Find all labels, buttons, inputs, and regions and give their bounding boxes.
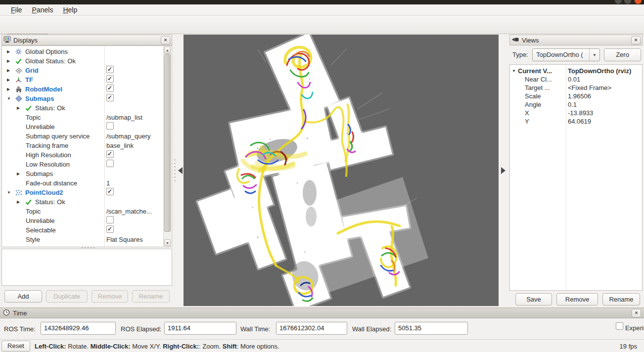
- rename-display-button[interactable]: Rename: [132, 290, 170, 303]
- row-checkbox[interactable]: [106, 85, 114, 92]
- wallelapsed-input[interactable]: 5051.35: [395, 322, 468, 335]
- views-tree-row[interactable]: Angle0.1: [510, 100, 642, 109]
- views-tree-row[interactable]: Near Cl...0.01: [510, 75, 642, 84]
- expand-icon[interactable]: ▶: [7, 47, 10, 56]
- collapse-icon[interactable]: ▼: [512, 67, 516, 75]
- displays-tree-row[interactable]: ▶Submaps: [2, 169, 172, 178]
- row-checkbox[interactable]: [106, 122, 114, 130]
- displays-tree-row[interactable]: ▶Status: Ok: [2, 197, 172, 207]
- views-tree-row[interactable]: ▼Current V...TopDownOrtho (rviz): [510, 67, 642, 75]
- displays-tree-row[interactable]: Tracking framebase_link: [2, 141, 172, 150]
- displays-tree-row[interactable]: Topic/submap_list: [2, 113, 172, 122]
- expand-icon[interactable]: ▶: [7, 85, 10, 94]
- time-panel-header[interactable]: Time ✕: [0, 308, 644, 318]
- experimental-checkbox[interactable]: [616, 322, 623, 330]
- walltime-input[interactable]: 1676612302.04: [276, 322, 347, 335]
- menu-item-file[interactable]: File: [6, 5, 27, 15]
- row-value[interactable]: 1.96506: [568, 92, 591, 100]
- row-value[interactable]: /submap_list: [106, 113, 142, 122]
- expand-icon[interactable]: ▶: [17, 103, 20, 113]
- rostime-input[interactable]: 1432648929.46: [41, 322, 116, 335]
- row-value[interactable]: -13.8933: [568, 109, 593, 117]
- views-tree-row[interactable]: Target ...<Fixed Frame>: [510, 84, 642, 92]
- expand-icon[interactable]: ▶: [7, 75, 10, 85]
- row-value[interactable]: 0.05: [106, 244, 119, 247]
- menu-item-help[interactable]: Help: [58, 5, 82, 15]
- displays-tree-row[interactable]: Low Resolution: [2, 160, 172, 169]
- row-checkbox[interactable]: [106, 150, 114, 158]
- row-value[interactable]: TopDownOrtho (rviz): [568, 67, 631, 75]
- row-checkbox[interactable]: [106, 216, 114, 223]
- row-value[interactable]: 64.0619: [568, 117, 591, 126]
- displays-tree-row[interactable]: ▼Submaps: [2, 94, 172, 103]
- row-checkbox[interactable]: [106, 188, 114, 195]
- zero-button[interactable]: Zero: [604, 48, 641, 61]
- right-panel-splitter[interactable]: [499, 35, 509, 306]
- row-checkbox[interactable]: [106, 160, 114, 167]
- scrollbar-thumb[interactable]: [164, 54, 171, 232]
- reset-button[interactable]: Reset: [1, 341, 30, 352]
- remove-display-button[interactable]: Remove: [92, 290, 128, 303]
- displays-tree-row[interactable]: Unreliable: [2, 122, 172, 132]
- views-close-icon[interactable]: ✕: [631, 36, 641, 44]
- row-checkbox[interactable]: [106, 225, 114, 233]
- time-close-icon[interactable]: ✕: [632, 309, 641, 317]
- displays-tree-row[interactable]: High Resolution: [2, 150, 172, 160]
- displays-tree-row[interactable]: Topic/scan_matche...: [2, 207, 172, 216]
- expand-icon[interactable]: ▶: [17, 169, 20, 178]
- views-tree-row[interactable]: Scale1.96506: [510, 92, 642, 100]
- view-type-combobox[interactable]: TopDownOrtho ( ▼: [532, 48, 600, 61]
- displays-close-icon[interactable]: ✕: [161, 36, 170, 44]
- row-value[interactable]: /scan_matche...: [106, 207, 152, 216]
- collapse-icon[interactable]: ▼: [7, 94, 11, 103]
- views-panel-header[interactable]: Views ✕: [509, 35, 643, 45]
- left-panel-splitter[interactable]: [172, 35, 184, 306]
- scroll-up-icon[interactable]: ▲: [164, 46, 171, 53]
- expand-icon[interactable]: ▶: [7, 56, 10, 66]
- roselapsed-input[interactable]: 1911.64: [164, 322, 236, 335]
- displays-tree-row[interactable]: ▶Grid: [2, 66, 172, 75]
- row-label: Low Resolution: [26, 160, 70, 169]
- add-display-button[interactable]: Add: [4, 290, 42, 303]
- displays-scrollbar[interactable]: ▲ ▼: [163, 46, 171, 246]
- row-checkbox[interactable]: [106, 75, 114, 83]
- collapse-left-icon[interactable]: [178, 167, 183, 174]
- expand-icon[interactable]: ▶: [17, 197, 20, 207]
- save-view-button[interactable]: Save: [515, 293, 552, 306]
- menu-item-panels[interactable]: Panels: [27, 5, 58, 15]
- row-value[interactable]: 0.1: [568, 100, 577, 109]
- row-value[interactable]: Flat Squares: [106, 235, 143, 244]
- 3d-viewport[interactable]: [184, 35, 499, 306]
- row-checkbox[interactable]: [106, 94, 114, 101]
- row-value[interactable]: /submap_query: [106, 132, 151, 141]
- row-value[interactable]: 0.01: [568, 75, 580, 84]
- row-value[interactable]: base_link: [106, 141, 134, 150]
- displays-tree-row[interactable]: ▼PointCloud2: [2, 188, 172, 197]
- displays-tree-row[interactable]: ▶RobotModel: [2, 85, 172, 94]
- displays-tree-row[interactable]: Fade-out distance1: [2, 178, 172, 188]
- remove-view-button[interactable]: Remove: [556, 293, 598, 306]
- displays-tree-row[interactable]: Unreliable: [2, 216, 172, 225]
- row-checkbox[interactable]: [106, 66, 114, 73]
- rename-view-button[interactable]: Rename: [602, 293, 640, 306]
- expand-icon[interactable]: ▶: [7, 66, 10, 75]
- scroll-down-icon[interactable]: ▼: [164, 239, 171, 246]
- window-maximize-button[interactable]: [624, 0, 631, 4]
- displays-tree-row[interactable]: Selectable: [2, 225, 172, 235]
- displays-tree-row[interactable]: ▶Status: Ok: [2, 103, 172, 113]
- views-tree-row[interactable]: Y64.0619: [510, 117, 642, 126]
- collapse-icon[interactable]: ▼: [7, 188, 11, 197]
- views-tree-row[interactable]: X-13.8933: [510, 109, 642, 117]
- row-value[interactable]: 1: [106, 178, 110, 188]
- displays-tree-row[interactable]: ▶Global Status: Ok: [2, 56, 172, 66]
- displays-panel-header[interactable]: Displays ✕: [1, 35, 172, 45]
- displays-tree-row[interactable]: StyleFlat Squares: [2, 235, 172, 244]
- displays-tree-row[interactable]: ▶Global Options: [2, 47, 172, 56]
- displays-tree-row[interactable]: Submap query service/submap_query: [2, 132, 172, 141]
- row-value[interactable]: <Fixed Frame>: [568, 84, 611, 92]
- window-close-button[interactable]: [635, 0, 642, 4]
- duplicate-display-button[interactable]: Duplicate: [46, 290, 88, 303]
- displays-tree-row[interactable]: ▶TF: [2, 75, 172, 85]
- window-minimize-button[interactable]: [615, 0, 622, 4]
- collapse-right-icon[interactable]: [501, 167, 506, 174]
